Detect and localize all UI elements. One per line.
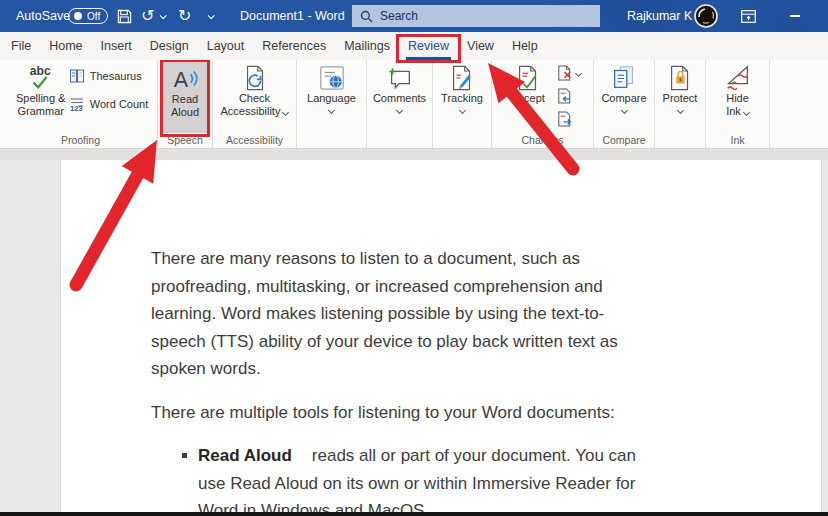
word-window: AutoSave Off ↺ ↻ Document1 - Word	[0, 0, 828, 516]
chevron-down-icon	[282, 109, 289, 116]
accept-icon	[514, 64, 542, 92]
next-change-icon	[556, 110, 573, 128]
autosave-label: AutoSave	[16, 0, 70, 32]
comments-button[interactable]: Comments	[368, 60, 432, 134]
group-ink: Hide Ink Ink	[706, 60, 770, 148]
previous-change-button[interactable]	[556, 87, 581, 105]
accept-button[interactable]: Accept	[504, 60, 552, 134]
document-area: There are many reasons to listen to a do…	[0, 160, 828, 516]
svg-text:123: 123	[70, 104, 83, 113]
compare-icon	[610, 64, 638, 92]
chevron-down-icon	[620, 107, 627, 114]
group-comments: Comments	[367, 60, 433, 148]
thesaurus-icon	[69, 68, 85, 84]
paragraph-line: spoken words.	[151, 355, 261, 383]
svg-text:A: A	[174, 68, 189, 92]
compare-button[interactable]: Compare	[595, 60, 653, 134]
tab-layout[interactable]: Layout	[198, 32, 254, 60]
minimize-icon	[790, 15, 800, 17]
group-changes: Accept	[492, 60, 594, 148]
search-input[interactable]	[380, 9, 570, 23]
tab-insert[interactable]: Insert	[92, 32, 141, 60]
tab-help[interactable]: Help	[503, 32, 547, 60]
read-aloud-icon: A	[171, 65, 199, 93]
chevron-down-icon	[458, 107, 465, 114]
autosave-state: Off	[87, 11, 100, 22]
group-accessibility: Check Accessibility Accessibility	[213, 60, 297, 148]
chevron-down-icon	[524, 107, 531, 114]
undo-dropdown[interactable]	[160, 0, 165, 32]
tab-home[interactable]: Home	[40, 32, 91, 60]
account-name: Rajkumar K	[627, 0, 692, 32]
chevron-down-icon	[328, 107, 335, 114]
minimize-button[interactable]	[790, 0, 800, 32]
ribbon-tab-row: File Home Insert Design Layout Reference…	[0, 32, 828, 60]
tab-mailings[interactable]: Mailings	[335, 32, 399, 60]
quick-access-toolbar-menu[interactable]	[208, 0, 213, 32]
tab-design[interactable]: Design	[141, 32, 198, 60]
group-label-tracking	[433, 134, 491, 148]
group-tracking: Tracking	[433, 60, 492, 148]
search-box[interactable]	[352, 5, 600, 27]
spelling-grammar-icon: abc	[27, 64, 55, 92]
group-label-comments	[367, 134, 432, 148]
search-icon	[360, 10, 373, 23]
tab-references[interactable]: References	[253, 32, 335, 60]
check-accessibility-button[interactable]: Check Accessibility	[215, 60, 295, 134]
language-icon	[318, 64, 346, 92]
paragraph-line: There are multiple tools for listening t…	[151, 399, 615, 427]
thesaurus-button[interactable]: Thesaurus	[69, 68, 149, 84]
ribbon-display-options-icon	[741, 10, 756, 23]
bullet-line: Read Aloudreads all or part of your docu…	[198, 442, 636, 470]
ribbon-display-options-button[interactable]	[741, 0, 756, 32]
chevron-down-icon	[575, 69, 582, 76]
tab-file[interactable]: File	[2, 32, 40, 60]
group-protect: Protect	[655, 60, 706, 148]
spelling-grammar-button[interactable]: abc Spelling & Grammar	[13, 60, 69, 134]
word-count-button[interactable]: 123 Word Count	[69, 96, 149, 112]
ribbon-document-separator	[0, 148, 828, 160]
screenshot-bottom-edge	[0, 512, 828, 516]
protect-icon	[666, 64, 694, 92]
document-page[interactable]: There are many reasons to listen to a do…	[60, 158, 822, 512]
avatar-icon	[694, 4, 718, 28]
group-label-protect	[655, 134, 705, 148]
autosave-toggle[interactable]: Off	[68, 0, 108, 32]
save-button[interactable]	[117, 0, 132, 32]
undo-button[interactable]: ↺	[141, 0, 154, 32]
paragraph-line: learning. Word makes listening possible …	[151, 300, 604, 328]
chevron-down-icon	[396, 107, 403, 114]
redo-button[interactable]: ↻	[178, 0, 191, 32]
autosave-toggle-pill[interactable]: Off	[68, 8, 108, 24]
group-proofing: abc Spelling & Grammar	[4, 60, 158, 148]
tracking-icon	[448, 64, 476, 92]
next-change-button[interactable]	[556, 110, 581, 128]
group-label-proofing: Proofing	[4, 134, 157, 148]
group-speech: A Read Aloud Speech	[158, 60, 213, 148]
group-label-compare: Compare	[594, 134, 654, 148]
chevron-down-icon	[676, 107, 683, 114]
account-avatar[interactable]	[694, 0, 718, 32]
group-label-speech: Speech	[158, 134, 212, 148]
tab-review[interactable]: Review	[399, 32, 458, 60]
protect-button[interactable]: Protect	[655, 60, 705, 134]
tracking-button[interactable]: Tracking	[434, 60, 490, 134]
paragraph-line: proofreading, multitasking, or increased…	[151, 273, 603, 301]
check-accessibility-icon	[241, 64, 269, 92]
save-icon	[117, 9, 132, 24]
group-label-language	[297, 134, 366, 148]
bullet-bold-text: Read Aloud	[198, 446, 292, 465]
tab-view[interactable]: View	[458, 32, 503, 60]
hide-ink-button[interactable]: Hide Ink	[708, 60, 768, 134]
group-label-accessibility: Accessibility	[213, 134, 296, 148]
paragraph-line: There are many reasons to listen to a do…	[151, 245, 580, 273]
bullet-icon	[182, 453, 187, 458]
ribbon: abc Spelling & Grammar	[0, 60, 828, 148]
word-count-icon: 123	[69, 96, 85, 112]
window-title: Document1 - Word	[240, 0, 345, 32]
reject-button[interactable]	[556, 64, 581, 82]
comments-icon	[386, 64, 414, 92]
read-aloud-button[interactable]: A Read Aloud	[162, 61, 208, 133]
group-label-changes: Changes	[492, 134, 593, 148]
language-button[interactable]: Language	[299, 60, 365, 134]
